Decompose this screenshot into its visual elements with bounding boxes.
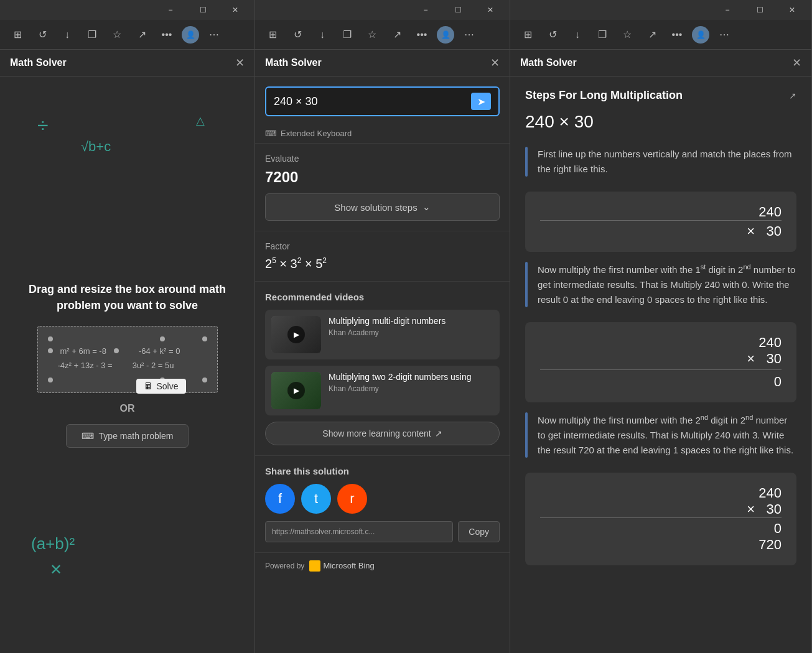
history-icon-2[interactable]: ↺	[287, 25, 307, 45]
maximize-btn-2[interactable]: ☐	[444, 0, 472, 20]
share-section: Share this solution f t r Copy	[255, 455, 510, 552]
drag-instruction: Drag and resize the box around math prob…	[12, 282, 242, 313]
type-math-button[interactable]: ⌨ Type math problem	[66, 424, 189, 448]
share-icon-1[interactable]: ↗	[132, 25, 152, 45]
math-display-1: 240 × 30	[525, 192, 796, 252]
share-icon-2[interactable]: ↗	[387, 25, 407, 45]
panel-header-2: Math Solver ✕	[255, 50, 510, 76]
ellipsis-3[interactable]: ⋯	[714, 25, 734, 45]
sel-row-1: m² + 6m = -8 -64 + k² = 0	[48, 346, 207, 356]
chevron-down-icon: ⌄	[422, 201, 431, 213]
equation-1: m² + 6m = -8	[60, 346, 106, 356]
video-card-1[interactable]: ▶ Multiplying multi-digit numbers Khan A…	[265, 310, 500, 359]
math-input-value[interactable]: 240 × 30	[274, 95, 466, 108]
more-icon-3[interactable]: •••	[667, 25, 687, 45]
math-display-2: 240 × 30 0	[525, 322, 796, 402]
steps-title: Steps For Long Multiplication	[525, 89, 683, 102]
handle-tm	[160, 336, 165, 341]
step-text-1: First line up the numbers vertically and…	[538, 147, 796, 177]
math-input-box[interactable]: 240 × 30 ➤	[265, 86, 500, 116]
math-d1-line2: × 30	[540, 220, 782, 239]
titlebar-3: − ☐ ✕	[510, 0, 811, 20]
avatar-1[interactable]: 👤	[182, 26, 199, 44]
collections-icon-3[interactable]: ☆	[617, 25, 637, 45]
videos-section: Recommended videos ▶ Multiplying multi-d…	[255, 281, 510, 455]
video-source-1: Khan Academy	[329, 328, 493, 337]
panel-drag: − ☐ ✕ ⊞ ↺ ↓ ❐ ☆ ↗ ••• 👤 ⋯ Math Solver ✕ …	[0, 0, 255, 653]
main-equation: 240 × 30	[525, 112, 796, 132]
toolbar-3: ⊞ ↺ ↓ ❐ ☆ ↗ ••• 👤 ⋯	[510, 20, 811, 50]
show-steps-button[interactable]: Show solution steps ⌄	[265, 193, 500, 221]
close-btn-3[interactable]: ✕	[778, 0, 806, 20]
share-icon-3[interactable]: ↗	[642, 25, 662, 45]
steps-header: Steps For Long Multiplication ↗	[525, 89, 796, 102]
close-panel-3[interactable]: ✕	[792, 57, 801, 68]
titlebar-2: − ☐ ✕	[255, 0, 510, 20]
close-btn-1[interactable]: ✕	[221, 0, 250, 20]
panel-title-2: Math Solver	[265, 57, 322, 68]
handle-br	[202, 377, 207, 382]
tab-icon-2[interactable]: ⊞	[263, 25, 282, 45]
more-content-button[interactable]: Show more learning content ↗	[265, 422, 500, 445]
evaluate-value: 7200	[265, 169, 500, 186]
minimize-btn-3[interactable]: −	[713, 0, 742, 20]
reader-icon-3[interactable]: ❐	[592, 25, 612, 45]
math-d2-result: 0	[540, 369, 782, 390]
ellipsis-2[interactable]: ⋯	[459, 25, 479, 45]
solve-popup[interactable]: 🖩 Solve	[136, 379, 185, 394]
external-link-icon-2[interactable]: ↗	[789, 91, 796, 101]
collections-icon-1[interactable]: ☆	[107, 25, 127, 45]
avatar-2[interactable]: 👤	[437, 26, 454, 44]
close-panel-2[interactable]: ✕	[490, 57, 500, 68]
twitter-share-button[interactable]: t	[301, 484, 331, 514]
download-icon-1[interactable]: ↓	[57, 25, 77, 45]
video-info-1: Multiplying multi-digit numbers Khan Aca…	[329, 316, 493, 353]
close-panel-1[interactable]: ✕	[235, 57, 245, 68]
video-card-2[interactable]: ▶ Multiplying two 2-digit numbers using …	[265, 366, 500, 415]
math-d3-r2: 720	[540, 537, 782, 553]
facebook-share-button[interactable]: f	[265, 484, 295, 514]
avatar-3[interactable]: 👤	[692, 26, 709, 44]
tab-icon-3[interactable]: ⊞	[518, 25, 538, 45]
steps-content[interactable]: Steps For Long Multiplication ↗ 240 × 30…	[510, 76, 811, 653]
handle-mr	[114, 348, 119, 353]
math-d1-line1: 240	[540, 204, 782, 220]
selection-box[interactable]: m² + 6m = -8 -64 + k² = 0 -4z² + 13z - 3…	[37, 326, 218, 393]
keyboard-hint: ⌨ Extended Keyboard	[255, 126, 510, 143]
minimize-btn-1[interactable]: −	[156, 0, 185, 20]
panel-1-content: ÷ √b+c △ (a+b)² ✕ Drag and resize the bo…	[0, 76, 254, 653]
maximize-btn-1[interactable]: ☐	[189, 0, 217, 20]
more-icon-2[interactable]: •••	[412, 25, 432, 45]
maximize-btn-3[interactable]: ☐	[745, 0, 774, 20]
video-thumb-2: ▶	[271, 372, 321, 409]
reader-icon-2[interactable]: ❐	[337, 25, 357, 45]
reddit-share-button[interactable]: r	[337, 484, 367, 514]
more-icon-1[interactable]: •••	[157, 25, 177, 45]
factor-section: Factor 25 × 32 × 52	[255, 231, 510, 281]
videos-title: Recommended videos	[265, 292, 500, 302]
tab-icon-1[interactable]: ⊞	[7, 25, 27, 45]
submit-button[interactable]: ➤	[471, 93, 491, 110]
share-buttons: f t r	[265, 484, 500, 514]
step-1: First line up the numbers vertically and…	[525, 147, 796, 177]
step-content-3: Now multiply the first number with the 2…	[538, 412, 796, 458]
panel-2-scroll[interactable]: Evaluate 7200 Show solution steps ⌄ Fact…	[255, 143, 510, 653]
close-btn-2[interactable]: ✕	[476, 0, 505, 20]
copy-button[interactable]: Copy	[458, 521, 500, 542]
evaluate-label: Evaluate	[265, 154, 500, 164]
history-icon-3[interactable]: ↺	[543, 25, 562, 45]
reader-icon-1[interactable]: ❐	[82, 25, 102, 45]
ellipsis-1[interactable]: ⋯	[204, 25, 224, 45]
history-icon-1[interactable]: ↺	[32, 25, 52, 45]
play-icon-1: ▶	[287, 326, 305, 343]
share-title: Share this solution	[265, 466, 500, 476]
handle-ml	[48, 348, 53, 353]
minimize-btn-2[interactable]: −	[411, 0, 440, 20]
more-content-label: Show more learning content	[322, 428, 431, 438]
step-bar-1	[525, 147, 528, 177]
collections-icon-2[interactable]: ☆	[362, 25, 382, 45]
download-icon-3[interactable]: ↓	[567, 25, 587, 45]
panel-steps: − ☐ ✕ ⊞ ↺ ↓ ❐ ☆ ↗ ••• 👤 ⋯ Math Solver ✕ …	[510, 0, 812, 653]
share-url-input[interactable]	[265, 521, 453, 542]
download-icon-2[interactable]: ↓	[312, 25, 332, 45]
